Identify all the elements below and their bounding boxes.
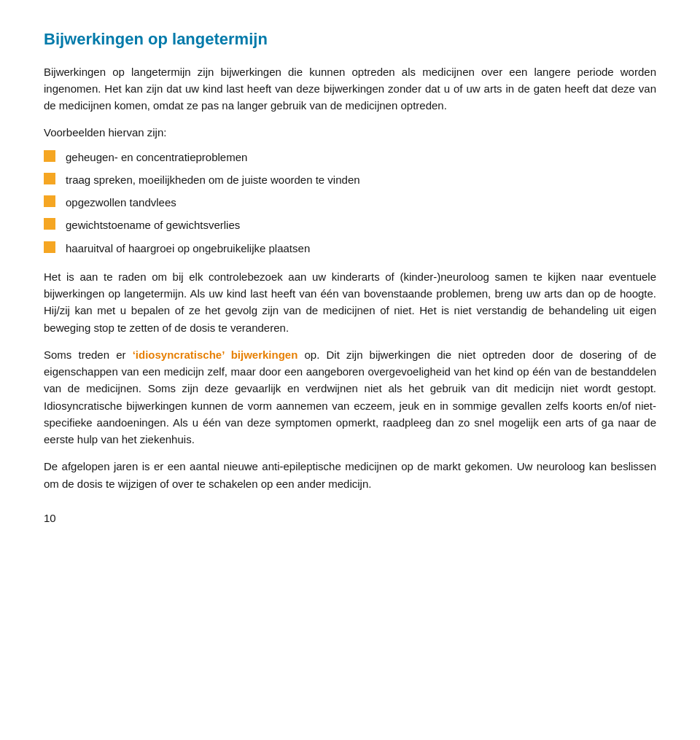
- list-item: traag spreken, moeilijkheden om de juist…: [44, 171, 656, 188]
- list-item: haaruitval of haargroei op ongebruikelij…: [44, 240, 656, 257]
- list-item: opgezwollen tandvlees: [44, 194, 656, 211]
- closing-paragraph: De afgelopen jaren is er een aantal nieu…: [44, 458, 656, 492]
- page-container: Bijwerkingen op langetermijn Bijwerkinge…: [0, 0, 700, 556]
- bullet-icon: [44, 173, 55, 184]
- idiosyncratic-paragraph: Soms treden er ‘idiosyncratische’ bijwer…: [44, 346, 656, 448]
- bullet-icon: [44, 218, 55, 230]
- highlight-idiosyncratisch: ‘idiosyncratische’ bijwerkingen: [133, 348, 298, 361]
- list-item-text: opgezwollen tandvlees: [66, 194, 656, 211]
- list-item-text: traag spreken, moeilijkheden om de juist…: [66, 171, 656, 188]
- intro-paragraph: Bijwerkingen op langetermijn zijn bijwer…: [44, 63, 656, 114]
- page-number: 10: [44, 510, 656, 526]
- list-item-text: geheugen- en concentratieproblemen: [66, 149, 656, 165]
- bullet-icon: [44, 241, 55, 253]
- list-item-text: haaruitval of haargroei op ongebruikelij…: [66, 240, 656, 257]
- bullet-icon: [44, 150, 55, 162]
- list-item: geheugen- en concentratieproblemen: [44, 149, 656, 165]
- examples-intro: Voorbeelden hiervan zijn:: [44, 124, 656, 141]
- list-item-text: gewichtstoename of gewichtsverlies: [66, 217, 656, 233]
- list-item: gewichtstoename of gewichtsverlies: [44, 217, 656, 233]
- bullet-list: geheugen- en concentratieproblemen traag…: [44, 149, 656, 257]
- bullet-icon: [44, 195, 55, 207]
- page-title: Bijwerkingen op langetermijn: [44, 29, 656, 50]
- advice-paragraph: Het is aan te raden om bij elk controleb…: [44, 268, 656, 336]
